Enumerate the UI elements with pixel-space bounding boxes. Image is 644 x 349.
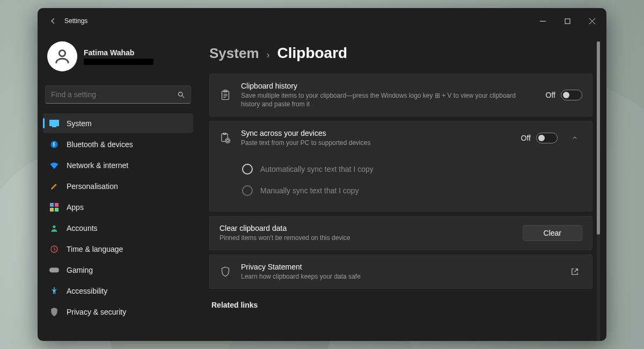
- toggle-sync[interactable]: [536, 133, 558, 143]
- radio-label: Manually sync text that I copy: [260, 186, 359, 195]
- brush-icon: [49, 181, 59, 191]
- svg-point-17: [54, 287, 55, 289]
- card-clipboard-history: Clipboard history Save multiple items to…: [209, 74, 592, 117]
- shield-outline-icon: [219, 266, 231, 277]
- shield-icon: [49, 307, 59, 317]
- card-privacy[interactable]: Privacy Statement Learn how clipboard ke…: [209, 255, 592, 289]
- card-title: Clear clipboard data: [219, 224, 523, 232]
- system-icon: [49, 119, 59, 128]
- nav-accessibility[interactable]: Accessibility: [43, 281, 193, 301]
- radio-label: Automatically sync text that I copy: [260, 165, 374, 173]
- search-field[interactable]: [51, 90, 177, 99]
- search-input[interactable]: [45, 85, 191, 104]
- clock-icon: [49, 244, 59, 254]
- svg-point-4: [59, 50, 65, 56]
- toggle-history[interactable]: [561, 90, 582, 100]
- svg-rect-7: [49, 120, 59, 126]
- card-desc: Save multiple items to your clipboard—pr…: [241, 91, 536, 108]
- nav: System Bluetooth & devices Network & int…: [43, 113, 193, 322]
- breadcrumb: System › Clipboard: [209, 39, 592, 74]
- clipboard-icon: [219, 90, 231, 100]
- nav-system[interactable]: System: [43, 113, 193, 133]
- nav-label: Network & internet: [67, 161, 128, 170]
- radio-icon: [242, 185, 253, 196]
- svg-point-5: [179, 92, 183, 96]
- clear-button[interactable]: Clear: [523, 225, 582, 241]
- maximize-button[interactable]: [555, 12, 580, 30]
- radio-manual-sync[interactable]: Manually sync text that I copy: [242, 180, 582, 201]
- search-icon: [177, 91, 185, 99]
- avatar: [47, 41, 77, 71]
- profile-name: Fatima Wahab: [84, 48, 153, 57]
- scrollbar[interactable]: [595, 39, 602, 341]
- profile-email-redacted: [84, 59, 153, 65]
- nav-accounts[interactable]: Accounts: [43, 218, 193, 238]
- expand-chevron[interactable]: [567, 135, 582, 141]
- svg-rect-10: [50, 203, 54, 207]
- card-desc: Learn how clipboard keeps your data safe: [241, 272, 558, 281]
- accessibility-icon: [49, 286, 59, 296]
- card-sync: Sync across your devices Paste text from…: [209, 121, 592, 211]
- toggle-state: Off: [521, 134, 531, 142]
- svg-rect-8: [52, 126, 56, 127]
- card-desc: Paste text from your PC to supported dev…: [241, 139, 511, 147]
- card-title: Clipboard history: [241, 82, 536, 90]
- nav-label: Apps: [67, 203, 84, 212]
- card-desc: Pinned items won't be removed on this de…: [219, 234, 523, 242]
- nav-personalisation[interactable]: Personalisation: [43, 176, 193, 196]
- nav-time[interactable]: Time & language: [43, 239, 193, 259]
- nav-label: Accessibility: [67, 287, 107, 295]
- wifi-icon: [49, 161, 59, 170]
- titlebar: Settings: [38, 8, 606, 34]
- nav-label: Gaming: [67, 266, 93, 274]
- nav-bluetooth[interactable]: Bluetooth & devices: [43, 134, 193, 154]
- svg-point-25: [225, 139, 230, 143]
- bluetooth-icon: [49, 140, 59, 149]
- nav-label: Personalisation: [67, 182, 118, 191]
- nav-privacy[interactable]: Privacy & security: [43, 302, 193, 322]
- sidebar: Fatima Wahab System Bluetooth & devices: [38, 34, 199, 341]
- person-icon: [49, 223, 59, 233]
- sync-options: Automatically sync text that I copy Manu…: [210, 155, 592, 211]
- svg-line-6: [182, 96, 184, 98]
- breadcrumb-parent[interactable]: System: [209, 45, 259, 62]
- nav-label: Accounts: [67, 224, 98, 232]
- nav-label: System: [67, 119, 92, 128]
- content: System › Clipboard Clipboard history Sav…: [209, 39, 595, 341]
- settings-window: Settings Fatima Wahab: [38, 8, 606, 341]
- svg-rect-11: [55, 203, 58, 207]
- external-link-icon: [567, 268, 582, 275]
- close-button[interactable]: [580, 12, 604, 30]
- svg-rect-16: [49, 267, 59, 272]
- chevron-right-icon: ›: [267, 49, 270, 61]
- nav-label: Privacy & security: [67, 308, 126, 316]
- profile[interactable]: Fatima Wahab: [43, 34, 193, 77]
- radio-auto-sync[interactable]: Automatically sync text that I copy: [242, 158, 582, 180]
- nav-gaming[interactable]: Gaming: [43, 260, 193, 280]
- svg-rect-1: [565, 19, 570, 24]
- card-title: Sync across your devices: [241, 129, 511, 137]
- minimize-button[interactable]: [530, 12, 555, 30]
- toggle-state: Off: [546, 91, 555, 99]
- apps-icon: [49, 202, 59, 212]
- back-button[interactable]: [45, 13, 61, 29]
- svg-point-14: [53, 225, 55, 228]
- svg-rect-18: [222, 91, 229, 100]
- card-clear: Clear clipboard data Pinned items won't …: [209, 216, 592, 250]
- breadcrumb-current: Clipboard: [277, 45, 348, 62]
- clipboard-sync-icon: [219, 133, 231, 143]
- nav-network[interactable]: Network & internet: [43, 155, 193, 175]
- radio-icon: [242, 164, 253, 174]
- nav-label: Bluetooth & devices: [67, 140, 133, 149]
- svg-rect-13: [55, 208, 58, 212]
- gamepad-icon: [49, 265, 59, 275]
- card-title: Privacy Statement: [241, 263, 558, 271]
- svg-rect-12: [50, 208, 54, 212]
- related-links-heading: Related links: [209, 293, 592, 311]
- nav-apps[interactable]: Apps: [43, 197, 193, 217]
- nav-label: Time & language: [67, 245, 123, 253]
- window-title: Settings: [64, 17, 87, 25]
- scrollbar-thumb[interactable]: [597, 41, 600, 235]
